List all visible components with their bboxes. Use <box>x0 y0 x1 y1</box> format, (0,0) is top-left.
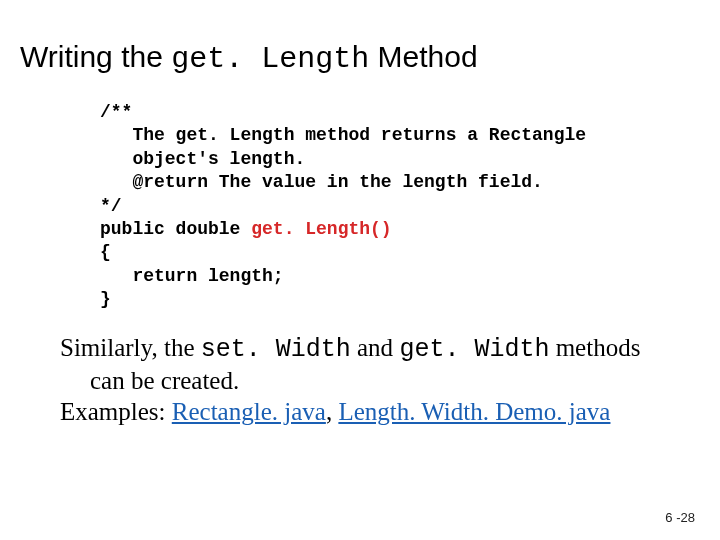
code-block: /** The get. Length method returns a Rec… <box>100 101 700 312</box>
page-title: Writing the get. Length Method <box>20 40 700 76</box>
body-p3a: Examples: <box>60 398 172 425</box>
page-number: 6 -28 <box>665 510 695 525</box>
body-getwidth: get. Width <box>399 335 549 364</box>
link-rectangle-java[interactable]: Rectangle. java <box>172 398 326 425</box>
code-method-name: get. Length() <box>251 219 391 239</box>
body-p2: can be created. <box>90 365 700 396</box>
code-line-7: { <box>100 242 111 262</box>
title-mono: get. Length <box>171 42 369 76</box>
body-p1e: methods <box>549 334 640 361</box>
body-setwidth: set. Width <box>201 335 351 364</box>
code-line-5: */ <box>100 196 122 216</box>
body-sep: , <box>326 398 339 425</box>
title-pre: Writing the <box>20 40 171 73</box>
code-line-2: The get. Length method returns a Rectang… <box>100 125 586 145</box>
body-p1c: and <box>351 334 400 361</box>
title-post: Method <box>369 40 477 73</box>
code-line-3: object's length. <box>100 149 305 169</box>
link-lengthwidthdemo-java[interactable]: Length. Width. Demo. java <box>338 398 610 425</box>
body-text: Similarly, the set. Width and get. Width… <box>60 332 700 428</box>
code-line-6a: public double <box>100 219 251 239</box>
slide: Writing the get. Length Method /** The g… <box>0 0 720 427</box>
code-line-9: } <box>100 289 111 309</box>
code-line-1: /** <box>100 102 132 122</box>
code-line-8: return length; <box>100 266 284 286</box>
body-p1a: Similarly, the <box>60 334 201 361</box>
code-line-4: @return The value in the length field. <box>100 172 543 192</box>
